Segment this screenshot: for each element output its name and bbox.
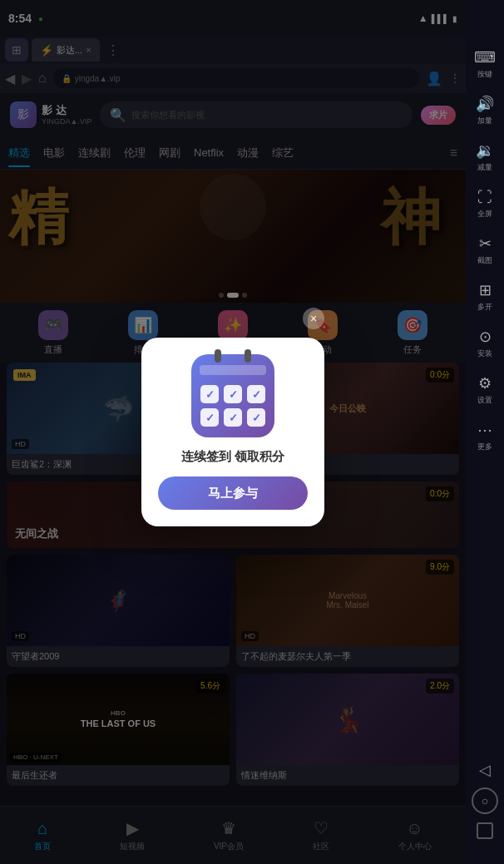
- keyboard-label: 按键: [477, 69, 492, 80]
- cal-check-1: ✓: [200, 385, 219, 403]
- screenshot-label: 截图: [477, 255, 492, 266]
- more-label: 更多: [477, 442, 492, 452]
- calendar-icon: ✓ ✓ ✓ ✓ ✓ ✓: [191, 354, 274, 437]
- recent-nav-square[interactable]: [477, 822, 493, 839]
- modal-overlay: × ✓ ✓ ✓ ✓ ✓ ✓ 连续签到 领取积分 马上参与: [0, 0, 466, 864]
- sidebar-btn-screenshot[interactable]: ✂ 截图: [467, 228, 503, 273]
- app-area: 8:54 ● ▲ ▌▌▌ ▮ ⊞ ⚡ 影达... × ⋮ ◀ ▶ ⌂ 🔒 yin…: [0, 0, 466, 864]
- right-sidebar: ⌨ 按键 🔊 加量 🔉 减量 ⛶ 全屏 ✂ 截图 ⊞ 多开 ⊙ 安装 ⚙ 设置 …: [466, 0, 504, 864]
- sidebar-btn-install[interactable]: ⊙ 安装: [467, 321, 503, 366]
- sidebar-btn-more[interactable]: ⋯ 更多: [467, 414, 503, 459]
- multiopen-icon: ⊞: [479, 281, 492, 299]
- cal-checks: ✓ ✓ ✓ ✓ ✓ ✓: [200, 385, 265, 427]
- volume-down-label: 减量: [477, 162, 492, 173]
- modal-participate-button[interactable]: 马上参与: [158, 476, 308, 510]
- fullscreen-icon: ⛶: [477, 189, 492, 206]
- volume-up-icon: 🔊: [476, 95, 494, 113]
- sidebar-btn-settings[interactable]: ⚙ 设置: [467, 368, 503, 412]
- cal-check-3: ✓: [247, 385, 265, 403]
- sidebar-btn-volume-down[interactable]: 🔉 减量: [467, 135, 503, 180]
- more-icon: ⋯: [477, 421, 492, 439]
- cal-check-4: ✓: [200, 408, 219, 427]
- volume-down-icon: 🔉: [476, 141, 494, 160]
- multiopen-label: 多开: [477, 302, 492, 313]
- settings-icon: ⚙: [478, 374, 492, 393]
- screenshot-icon: ✂: [479, 235, 492, 253]
- sidebar-nav-bottom: ◁ ○: [472, 761, 498, 856]
- cal-check-5: ✓: [224, 408, 242, 427]
- cal-ring-left: [215, 349, 221, 363]
- volume-up-label: 加量: [477, 116, 492, 126]
- sidebar-btn-keyboard[interactable]: ⌨ 按键: [467, 42, 503, 86]
- modal-close-button[interactable]: ×: [303, 308, 324, 329]
- install-label: 安装: [477, 348, 492, 359]
- settings-label: 设置: [477, 395, 492, 406]
- fullscreen-label: 全屏: [477, 209, 492, 220]
- home-nav-circle[interactable]: ○: [472, 787, 498, 814]
- sidebar-btn-fullscreen[interactable]: ⛶ 全屏: [467, 181, 503, 226]
- install-icon: ⊙: [479, 328, 492, 346]
- sidebar-btn-multiopen[interactable]: ⊞ 多开: [467, 274, 503, 319]
- cal-ring-right: [245, 349, 251, 363]
- sidebar-btn-volume-up[interactable]: 🔊 加量: [467, 88, 503, 133]
- modal-title: 连续签到 领取积分: [181, 449, 284, 465]
- cal-check-2: ✓: [224, 385, 242, 403]
- back-nav-icon[interactable]: ◁: [479, 761, 491, 779]
- modal-card: × ✓ ✓ ✓ ✓ ✓ ✓ 连续签到 领取积分 马上参与: [141, 338, 324, 526]
- cal-check-6: ✓: [247, 408, 265, 427]
- keyboard-icon: ⌨: [474, 48, 496, 67]
